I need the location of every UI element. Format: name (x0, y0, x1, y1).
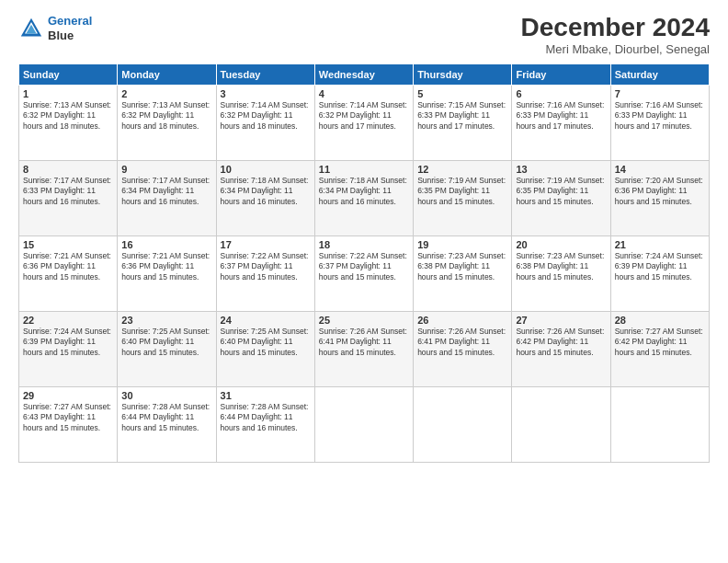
day-info: Sunrise: 7:26 AM Sunset: 6:42 PM Dayligh… (516, 327, 606, 358)
day-number: 24 (221, 315, 311, 326)
day-info: Sunrise: 7:22 AM Sunset: 6:37 PM Dayligh… (221, 251, 311, 282)
calendar-week-row: 1Sunrise: 7:13 AM Sunset: 6:32 PM Daylig… (19, 85, 710, 160)
table-row: 18Sunrise: 7:22 AM Sunset: 6:37 PM Dayli… (314, 236, 413, 311)
table-row: 1Sunrise: 7:13 AM Sunset: 6:32 PM Daylig… (19, 85, 118, 160)
day-number: 21 (615, 239, 705, 250)
day-info: Sunrise: 7:20 AM Sunset: 6:36 PM Dayligh… (615, 176, 705, 207)
day-number: 26 (417, 315, 507, 326)
day-number: 31 (221, 390, 311, 401)
table-row: 5Sunrise: 7:15 AM Sunset: 6:33 PM Daylig… (414, 85, 512, 160)
table-row: 20Sunrise: 7:23 AM Sunset: 6:38 PM Dayli… (512, 236, 610, 311)
day-info: Sunrise: 7:24 AM Sunset: 6:39 PM Dayligh… (23, 327, 113, 358)
day-number: 27 (516, 315, 606, 326)
day-info: Sunrise: 7:26 AM Sunset: 6:41 PM Dayligh… (319, 327, 409, 358)
table-row: 14Sunrise: 7:20 AM Sunset: 6:36 PM Dayli… (610, 160, 709, 236)
calendar-week-row: 29Sunrise: 7:27 AM Sunset: 6:43 PM Dayli… (19, 386, 710, 462)
day-info: Sunrise: 7:23 AM Sunset: 6:38 PM Dayligh… (417, 251, 507, 282)
header-row: Sunday Monday Tuesday Wednesday Thursday… (19, 63, 710, 85)
day-info: Sunrise: 7:25 AM Sunset: 6:40 PM Dayligh… (221, 327, 311, 358)
day-info: Sunrise: 7:14 AM Sunset: 6:32 PM Dayligh… (319, 100, 409, 132)
table-row: 2Sunrise: 7:13 AM Sunset: 6:32 PM Daylig… (118, 85, 216, 160)
day-number: 17 (221, 239, 311, 250)
table-row: 8Sunrise: 7:17 AM Sunset: 6:33 PM Daylig… (19, 160, 118, 236)
table-row: 26Sunrise: 7:26 AM Sunset: 6:41 PM Dayli… (414, 311, 512, 386)
day-info: Sunrise: 7:17 AM Sunset: 6:34 PM Dayligh… (121, 176, 211, 207)
day-number: 18 (319, 239, 409, 250)
table-row: 22Sunrise: 7:24 AM Sunset: 6:39 PM Dayli… (19, 311, 118, 386)
table-row: 29Sunrise: 7:27 AM Sunset: 6:43 PM Dayli… (19, 386, 118, 462)
page: General Blue December 2024 Meri Mbake, D… (0, 0, 728, 563)
table-row: 25Sunrise: 7:26 AM Sunset: 6:41 PM Dayli… (314, 311, 413, 386)
day-number: 28 (615, 315, 705, 326)
day-number: 13 (516, 164, 606, 175)
table-row: 30Sunrise: 7:28 AM Sunset: 6:44 PM Dayli… (118, 386, 216, 462)
day-info: Sunrise: 7:24 AM Sunset: 6:39 PM Dayligh… (615, 251, 705, 282)
header: General Blue December 2024 Meri Mbake, D… (18, 14, 710, 56)
day-number: 20 (516, 239, 606, 250)
day-number: 30 (121, 390, 211, 401)
day-number: 5 (417, 88, 507, 99)
day-info: Sunrise: 7:23 AM Sunset: 6:38 PM Dayligh… (516, 251, 606, 282)
col-monday: Monday (118, 63, 216, 85)
logo-text: General Blue (48, 14, 92, 42)
table-row: 27Sunrise: 7:26 AM Sunset: 6:42 PM Dayli… (512, 311, 610, 386)
col-friday: Friday (512, 63, 610, 85)
logo-general: General (48, 14, 92, 28)
calendar-week-row: 22Sunrise: 7:24 AM Sunset: 6:39 PM Dayli… (19, 311, 710, 386)
day-number: 10 (221, 164, 311, 175)
day-info: Sunrise: 7:16 AM Sunset: 6:33 PM Dayligh… (615, 100, 705, 132)
col-thursday: Thursday (414, 63, 512, 85)
table-row: 3Sunrise: 7:14 AM Sunset: 6:32 PM Daylig… (216, 85, 314, 160)
day-number: 16 (121, 239, 211, 250)
day-number: 23 (121, 315, 211, 326)
table-row: 21Sunrise: 7:24 AM Sunset: 6:39 PM Dayli… (610, 236, 709, 311)
table-row: 4Sunrise: 7:14 AM Sunset: 6:32 PM Daylig… (314, 85, 413, 160)
day-info: Sunrise: 7:28 AM Sunset: 6:44 PM Dayligh… (121, 402, 211, 433)
table-row: 12Sunrise: 7:19 AM Sunset: 6:35 PM Dayli… (414, 160, 512, 236)
day-number: 29 (23, 390, 113, 401)
day-info: Sunrise: 7:21 AM Sunset: 6:36 PM Dayligh… (121, 251, 211, 282)
day-info: Sunrise: 7:25 AM Sunset: 6:40 PM Dayligh… (121, 327, 211, 358)
table-row: 10Sunrise: 7:18 AM Sunset: 6:34 PM Dayli… (216, 160, 314, 236)
col-wednesday: Wednesday (314, 63, 413, 85)
table-row (314, 386, 413, 462)
table-row (414, 386, 512, 462)
logo: General Blue (18, 14, 92, 42)
table-row: 28Sunrise: 7:27 AM Sunset: 6:42 PM Dayli… (610, 311, 709, 386)
calendar: Sunday Monday Tuesday Wednesday Thursday… (18, 63, 710, 463)
logo-icon (18, 16, 44, 41)
col-tuesday: Tuesday (216, 63, 314, 85)
day-number: 19 (417, 239, 507, 250)
day-info: Sunrise: 7:14 AM Sunset: 6:32 PM Dayligh… (221, 100, 311, 132)
table-row: 23Sunrise: 7:25 AM Sunset: 6:40 PM Dayli… (118, 311, 216, 386)
calendar-week-row: 8Sunrise: 7:17 AM Sunset: 6:33 PM Daylig… (19, 160, 710, 236)
col-saturday: Saturday (610, 63, 709, 85)
day-number: 2 (121, 88, 211, 99)
col-sunday: Sunday (19, 63, 118, 85)
day-number: 14 (615, 164, 705, 175)
table-row: 7Sunrise: 7:16 AM Sunset: 6:33 PM Daylig… (610, 85, 709, 160)
day-number: 22 (23, 315, 113, 326)
day-number: 15 (23, 239, 113, 250)
day-info: Sunrise: 7:26 AM Sunset: 6:41 PM Dayligh… (417, 327, 507, 358)
day-info: Sunrise: 7:28 AM Sunset: 6:44 PM Dayligh… (221, 402, 311, 433)
day-number: 25 (319, 315, 409, 326)
day-number: 9 (121, 164, 211, 175)
day-number: 3 (221, 88, 311, 99)
day-number: 12 (417, 164, 507, 175)
table-row: 17Sunrise: 7:22 AM Sunset: 6:37 PM Dayli… (216, 236, 314, 311)
day-info: Sunrise: 7:18 AM Sunset: 6:34 PM Dayligh… (221, 176, 311, 207)
day-info: Sunrise: 7:15 AM Sunset: 6:33 PM Dayligh… (417, 100, 507, 132)
day-number: 7 (615, 88, 705, 99)
day-info: Sunrise: 7:27 AM Sunset: 6:43 PM Dayligh… (23, 402, 113, 433)
table-row: 19Sunrise: 7:23 AM Sunset: 6:38 PM Dayli… (414, 236, 512, 311)
day-info: Sunrise: 7:13 AM Sunset: 6:32 PM Dayligh… (121, 100, 211, 132)
day-info: Sunrise: 7:19 AM Sunset: 6:35 PM Dayligh… (417, 176, 507, 207)
table-row: 11Sunrise: 7:18 AM Sunset: 6:34 PM Dayli… (314, 160, 413, 236)
table-row (610, 386, 709, 462)
table-row (512, 386, 610, 462)
day-info: Sunrise: 7:21 AM Sunset: 6:36 PM Dayligh… (23, 251, 113, 282)
day-info: Sunrise: 7:18 AM Sunset: 6:34 PM Dayligh… (319, 176, 409, 207)
month-title: December 2024 (521, 14, 710, 42)
day-number: 8 (23, 164, 113, 175)
